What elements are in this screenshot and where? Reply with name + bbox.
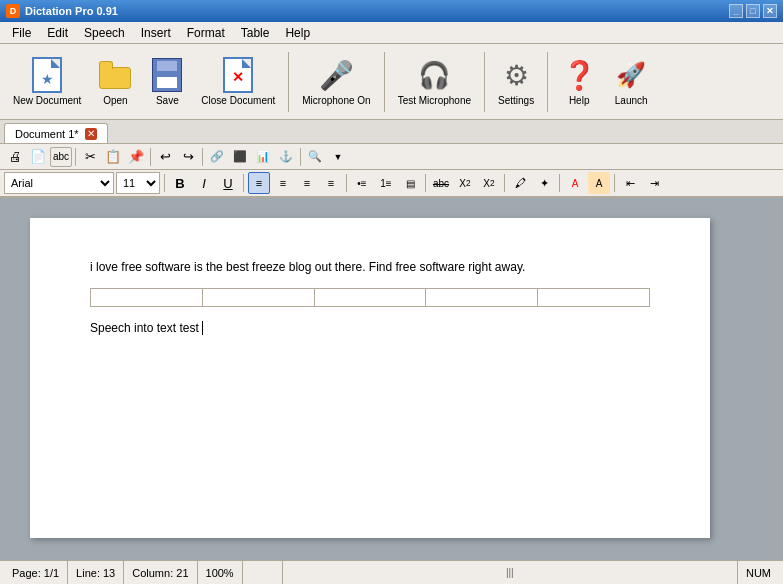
line-indicator: Line: 13 (68, 561, 124, 584)
menu-format[interactable]: Format (179, 24, 233, 42)
zoom-button[interactable]: 🔍 (304, 147, 326, 167)
document-page: i love free software is the best freeze … (30, 218, 710, 538)
new-document-label: New Document (13, 95, 81, 106)
table-cell (426, 289, 538, 307)
status-bar: Page: 1/1 Line: 13 Column: 21 100% ||| N… (0, 560, 783, 584)
table-cell (314, 289, 426, 307)
window-controls: _ □ ✕ (729, 4, 777, 18)
bg-color-button[interactable]: A (588, 172, 610, 194)
fmt-sep-5 (504, 174, 505, 192)
document-content-line2[interactable]: Speech into text test (90, 319, 650, 337)
align-justify-button[interactable]: ≡ (320, 172, 342, 194)
menu-bar: File Edit Speech Insert Format Table Hel… (0, 22, 783, 44)
num-indicator: NUM (737, 561, 779, 584)
indent-decrease-button[interactable]: ⇤ (619, 172, 641, 194)
print2-button[interactable]: 📄 (27, 147, 49, 167)
fmt-sep-3 (346, 174, 347, 192)
close-document-button[interactable]: ✕ Close Document (194, 48, 282, 116)
align-center-button[interactable]: ≡ (272, 172, 294, 194)
menu-table[interactable]: Table (233, 24, 278, 42)
bold-button[interactable]: B (169, 172, 191, 194)
italic-button[interactable]: I (193, 172, 215, 194)
table-cell (202, 289, 314, 307)
spellcheck-button[interactable]: abc (50, 147, 72, 167)
copy-button[interactable]: 📋 (102, 147, 124, 167)
menu-speech[interactable]: Speech (76, 24, 133, 42)
settings-label: Settings (498, 95, 534, 106)
page-indicator: Page: 1/1 (4, 561, 68, 584)
align-left-button[interactable]: ≡ (248, 172, 270, 194)
test-microphone-label: Test Microphone (398, 95, 471, 106)
subscript-button[interactable]: X2 (454, 172, 476, 194)
toolbar-separator-2 (384, 52, 385, 112)
toolbar-separator-4 (547, 52, 548, 112)
help-label: Help (569, 95, 590, 106)
sec-sep-2 (150, 148, 151, 166)
list-multi-button[interactable]: ▤ (399, 172, 421, 194)
open-label: Open (103, 95, 127, 106)
new-document-button[interactable]: ★ New Document (6, 48, 88, 116)
cut-button[interactable]: ✂ (79, 147, 101, 167)
minimize-button[interactable]: _ (729, 4, 743, 18)
superscript-button[interactable]: X2 (478, 172, 500, 194)
fmt-sep-4 (425, 174, 426, 192)
tab-bar: Document 1* ✕ (0, 120, 783, 144)
align-right-button[interactable]: ≡ (296, 172, 318, 194)
font-family-select[interactable]: Arial (4, 172, 114, 194)
sec-sep-1 (75, 148, 76, 166)
menu-insert[interactable]: Insert (133, 24, 179, 42)
launch-label: Launch (615, 95, 648, 106)
microphone-on-button[interactable]: 🎤 Microphone On (295, 48, 377, 116)
table-button[interactable]: 📊 (252, 147, 274, 167)
open-button[interactable]: Open (90, 48, 140, 116)
menu-help[interactable]: Help (277, 24, 318, 42)
zoom-menu-button[interactable]: ▼ (327, 147, 349, 167)
test-microphone-button[interactable]: 🎧 Test Microphone (391, 48, 478, 116)
maximize-button[interactable]: □ (746, 4, 760, 18)
app-title: Dictation Pro 0.91 (25, 5, 118, 17)
test-microphone-icon: 🎧 (416, 57, 452, 93)
underline-button[interactable]: U (217, 172, 239, 194)
sec-sep-3 (202, 148, 203, 166)
tab-close-button[interactable]: ✕ (85, 128, 97, 140)
main-toolbar: ★ New Document Open Save ✕ (0, 44, 783, 120)
highlight-button[interactable]: 🖍 (509, 172, 531, 194)
link-button[interactable]: 🔗 (206, 147, 228, 167)
table-cell (538, 289, 650, 307)
new-document-icon: ★ (29, 57, 65, 93)
image-button[interactable]: ⬛ (229, 147, 251, 167)
paste-button[interactable]: 📌 (125, 147, 147, 167)
document-area: i love free software is the best freeze … (0, 198, 783, 560)
list-bullet-button[interactable]: •≡ (351, 172, 373, 194)
launch-icon: 🚀 (613, 57, 649, 93)
help-button[interactable]: ❓ Help (554, 48, 604, 116)
print-button[interactable]: 🖨 (4, 147, 26, 167)
close-document-label: Close Document (201, 95, 275, 106)
settings-icon: ⚙ (498, 57, 534, 93)
indent-increase-button[interactable]: ⇥ (643, 172, 665, 194)
format-toolbar: Arial 11 B I U ≡ ≡ ≡ ≡ •≡ 1≡ ▤ abc X2 X2… (0, 170, 783, 198)
microphone-on-label: Microphone On (302, 95, 370, 106)
microphone-icon: 🎤 (318, 57, 354, 93)
sec-sep-4 (300, 148, 301, 166)
zoom-indicator: 100% (198, 561, 243, 584)
close-document-icon: ✕ (220, 57, 256, 93)
document-tab[interactable]: Document 1* ✕ (4, 123, 108, 143)
list-number-button[interactable]: 1≡ (375, 172, 397, 194)
toolbar-separator-1 (288, 52, 289, 112)
help-icon: ❓ (561, 57, 597, 93)
close-button[interactable]: ✕ (763, 4, 777, 18)
undo-button[interactable]: ↩ (154, 147, 176, 167)
launch-button[interactable]: 🚀 Launch (606, 48, 656, 116)
anchor-button[interactable]: ⚓ (275, 147, 297, 167)
strikethrough-button[interactable]: abc (430, 172, 452, 194)
open-icon (97, 57, 133, 93)
format-extra-button[interactable]: ✦ (533, 172, 555, 194)
font-color-button[interactable]: A (564, 172, 586, 194)
menu-file[interactable]: File (4, 24, 39, 42)
font-size-select[interactable]: 11 (116, 172, 160, 194)
redo-button[interactable]: ↪ (177, 147, 199, 167)
save-button[interactable]: Save (142, 48, 192, 116)
menu-edit[interactable]: Edit (39, 24, 76, 42)
settings-button[interactable]: ⚙ Settings (491, 48, 541, 116)
